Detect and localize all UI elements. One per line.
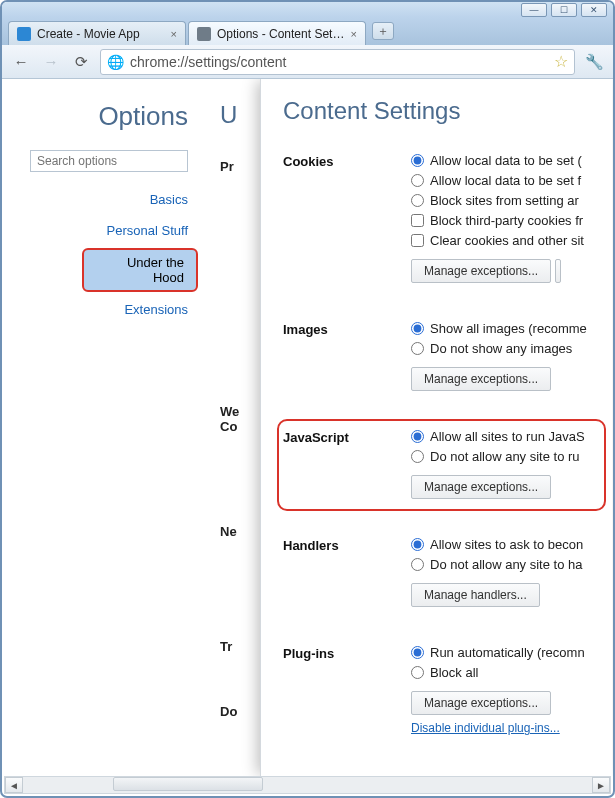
plus-icon: ＋ <box>377 23 389 40</box>
javascript-option-block[interactable]: Do not allow any site to ru <box>411 449 612 464</box>
section-title-javascript: JavaScript <box>283 429 411 499</box>
close-window-button[interactable]: ✕ <box>581 3 607 17</box>
section-images: Images Show all images (recomme Do not s… <box>283 321 612 391</box>
radio-input[interactable] <box>411 154 424 167</box>
window-titlebar: — ☐ ✕ <box>2 2 613 17</box>
close-icon: ✕ <box>590 5 598 15</box>
scroll-track[interactable] <box>23 777 592 793</box>
new-tab-button[interactable]: ＋ <box>372 22 394 40</box>
plugins-manage-exceptions-button[interactable]: Manage exceptions... <box>411 691 551 715</box>
option-label: Allow all sites to run JavaS <box>430 429 585 444</box>
radio-input[interactable] <box>411 666 424 679</box>
sidebar-link-personal-stuff[interactable]: Personal Stuff <box>2 215 200 246</box>
tab-title: Create - Movie App <box>37 27 167 41</box>
section-body-javascript: Allow all sites to run JavaS Do not allo… <box>411 429 612 499</box>
sidebar-link-under-the-hood[interactable]: Under the Hood <box>82 248 198 292</box>
option-label: Allow local data to be set f <box>430 173 581 188</box>
url-text: chrome://settings/content <box>130 54 554 70</box>
option-label: Show all images (recomme <box>430 321 587 336</box>
radio-input[interactable] <box>411 538 424 551</box>
radio-input[interactable] <box>411 450 424 463</box>
section-title-plugins: Plug-ins <box>283 645 411 738</box>
radio-input[interactable] <box>411 194 424 207</box>
content-settings-heading: Content Settings <box>283 97 612 125</box>
globe-icon: 🌐 <box>107 54 124 70</box>
cookies-option-clear-on-exit[interactable]: Clear cookies and other sit <box>411 233 612 248</box>
search-options-input[interactable] <box>30 150 188 172</box>
cookies-second-button-clip[interactable] <box>555 259 561 283</box>
images-option-hide[interactable]: Do not show any images <box>411 341 612 356</box>
manage-handlers-button[interactable]: Manage handlers... <box>411 583 540 607</box>
tab-title: Options - Content Settings <box>217 27 347 41</box>
javascript-option-allow[interactable]: Allow all sites to run JavaS <box>411 429 612 444</box>
wrench-icon: 🔧 <box>585 53 604 71</box>
bookmark-star-icon[interactable]: ☆ <box>554 52 568 71</box>
back-icon: ← <box>14 53 29 70</box>
tab-close-icon[interactable]: × <box>171 28 177 40</box>
section-handlers: Handlers Allow sites to ask to becon Do … <box>283 537 612 607</box>
scroll-right-button[interactable]: ► <box>592 777 610 793</box>
handlers-option-block[interactable]: Do not allow any site to ha <box>411 557 612 572</box>
radio-input[interactable] <box>411 342 424 355</box>
wrench-menu-button[interactable]: 🔧 <box>583 51 605 73</box>
cookies-option-block[interactable]: Block sites from setting ar <box>411 193 612 208</box>
radio-input[interactable] <box>411 322 424 335</box>
option-label: Block third-party cookies fr <box>430 213 583 228</box>
browser-toolbar: ← → ⟳ 🌐 chrome://settings/content ☆ 🔧 <box>2 45 613 79</box>
cookies-option-allow[interactable]: Allow local data to be set ( <box>411 153 612 168</box>
section-title-cookies: Cookies <box>283 153 411 283</box>
content-settings-panel: Content Settings Cookies Allow local dat… <box>260 79 612 776</box>
cookies-manage-exceptions-button[interactable]: Manage exceptions... <box>411 259 551 283</box>
scroll-thumb[interactable] <box>113 777 263 791</box>
radio-input[interactable] <box>411 558 424 571</box>
checkbox-input[interactable] <box>411 234 424 247</box>
option-label: Allow sites to ask to becon <box>430 537 583 552</box>
cookies-option-block-3p[interactable]: Block third-party cookies fr <box>411 213 612 228</box>
option-label: Block all <box>430 665 478 680</box>
address-bar[interactable]: 🌐 chrome://settings/content ☆ <box>100 49 575 75</box>
chevron-right-icon: ► <box>596 780 606 791</box>
minimize-icon: — <box>530 5 539 15</box>
option-label: Allow local data to be set ( <box>430 153 582 168</box>
radio-input[interactable] <box>411 174 424 187</box>
chevron-left-icon: ◄ <box>9 780 19 791</box>
minimize-button[interactable]: — <box>521 3 547 17</box>
section-body-handlers: Allow sites to ask to becon Do not allow… <box>411 537 612 607</box>
page-content: Options Basics Personal Stuff Under the … <box>2 79 613 776</box>
section-javascript: JavaScript Allow all sites to run JavaS … <box>283 429 612 499</box>
reload-icon: ⟳ <box>75 53 88 71</box>
maximize-button[interactable]: ☐ <box>551 3 577 17</box>
tab-options[interactable]: Options - Content Settings × <box>188 21 366 45</box>
images-option-show[interactable]: Show all images (recomme <box>411 321 612 336</box>
radio-input[interactable] <box>411 430 424 443</box>
plugins-option-run[interactable]: Run automatically (recomn <box>411 645 612 660</box>
plugins-option-block[interactable]: Block all <box>411 665 612 680</box>
tab-movie-app[interactable]: Create - Movie App × <box>8 21 186 45</box>
cookies-option-allow-session[interactable]: Allow local data to be set f <box>411 173 612 188</box>
section-plugins: Plug-ins Run automatically (recomn Block… <box>283 645 612 738</box>
radio-input[interactable] <box>411 646 424 659</box>
option-label: Do not show any images <box>430 341 572 356</box>
sidebar-link-basics[interactable]: Basics <box>2 184 200 215</box>
javascript-manage-exceptions-button[interactable]: Manage exceptions... <box>411 475 551 499</box>
maximize-icon: ☐ <box>560 5 568 15</box>
forward-button[interactable]: → <box>40 51 62 73</box>
favicon-icon <box>197 27 211 41</box>
tab-strip: Create - Movie App × Options - Content S… <box>2 17 613 45</box>
section-title-handlers: Handlers <box>283 537 411 607</box>
scroll-left-button[interactable]: ◄ <box>5 777 23 793</box>
handlers-option-allow[interactable]: Allow sites to ask to becon <box>411 537 612 552</box>
images-manage-exceptions-button[interactable]: Manage exceptions... <box>411 367 551 391</box>
option-label: Clear cookies and other sit <box>430 233 584 248</box>
sidebar-link-extensions[interactable]: Extensions <box>2 294 200 325</box>
checkbox-input[interactable] <box>411 214 424 227</box>
tab-close-icon[interactable]: × <box>351 28 357 40</box>
section-cookies: Cookies Allow local data to be set ( All… <box>283 153 612 283</box>
section-body-plugins: Run automatically (recomn Block all Mana… <box>411 645 612 738</box>
section-body-cookies: Allow local data to be set ( Allow local… <box>411 153 612 283</box>
back-button[interactable]: ← <box>10 51 32 73</box>
option-label: Do not allow any site to ru <box>430 449 580 464</box>
disable-individual-plugins-link[interactable]: Disable individual plug-ins... <box>411 721 560 735</box>
horizontal-scrollbar[interactable]: ◄ ► <box>4 776 611 794</box>
reload-button[interactable]: ⟳ <box>70 51 92 73</box>
